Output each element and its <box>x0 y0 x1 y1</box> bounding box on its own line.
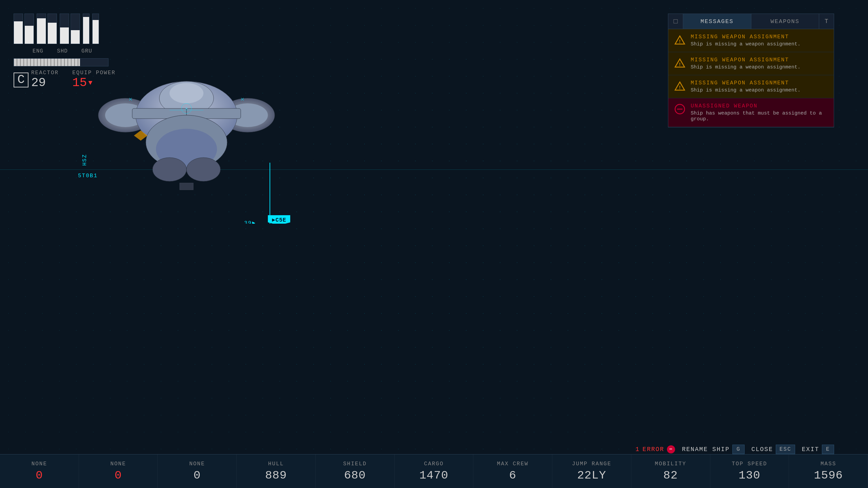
message-content-0: MISSING WEAPON ASSIGNMENTShip is missing… <box>691 34 828 47</box>
stat-value-8: 82 <box>663 469 678 482</box>
message-item-3: UNASSIGNED WEAPONShip has weapons that m… <box>668 98 834 127</box>
close-key-badge: ESC <box>776 445 795 454</box>
stat-value-10: 1596 <box>814 469 843 482</box>
tab-messages[interactable]: MESSAGES <box>683 14 751 29</box>
message-content-1: MISSING WEAPON ASSIGNMENTShip is missing… <box>691 57 828 70</box>
svg-rect-19 <box>180 183 193 190</box>
svg-text:✕: ✕ <box>185 106 188 111</box>
ship-marker-4: ►C5E <box>268 215 290 224</box>
marker-4-container: ►C5E <box>268 215 290 224</box>
svg-text:!: ! <box>678 39 681 44</box>
exit-key-badge: E <box>822 445 834 454</box>
error-icon <box>674 103 686 115</box>
stat-value-5: 1470 <box>419 469 449 482</box>
stats-container: NONE0NONE0NONE0HULL889SHIELD680CARGO1470… <box>0 454 868 488</box>
stat-label-0: NONE <box>32 461 47 467</box>
stats-bar: NONE0NONE0NONE0HULL889SHIELD680CARGO1470… <box>0 454 868 488</box>
stat-label-1: NONE <box>110 461 126 467</box>
stat-item-max-crew: MAX CREW6 <box>473 454 552 488</box>
message-item-2: !MISSING WEAPON ASSIGNMENTShip is missin… <box>668 75 834 98</box>
close-button[interactable]: CLOSE ESC <box>751 445 795 454</box>
stat-item-hull: HULL889 <box>237 454 316 488</box>
stat-item-top-speed: TOP SPEED130 <box>710 454 789 488</box>
close-label: CLOSE <box>751 446 773 453</box>
warning-icon: ! <box>674 34 686 46</box>
stat-label-6: MAX CREW <box>497 461 529 467</box>
action-bar: 1 ERROR − RENAME SHIP G CLOSE ESC EXIT E <box>635 445 834 454</box>
stat-label-2: NONE <box>189 461 205 467</box>
stat-label-8: MOBILITY <box>655 461 686 467</box>
stat-item-mass: MASS1596 <box>789 454 868 488</box>
stat-value-0: 0 <box>36 469 43 482</box>
ship-marker-3: 39► <box>244 220 256 224</box>
tab-key-t[interactable]: T <box>819 14 834 29</box>
stat-item-none: NONE0 <box>158 454 237 488</box>
stat-value-1: 0 <box>115 469 122 482</box>
messages-panel: □ MESSAGES WEAPONS T !MISSING WEAPON ASS… <box>668 14 834 127</box>
stat-label-10: MASS <box>821 461 836 467</box>
ship-marker-2: 5T0B1 <box>78 173 98 179</box>
svg-text:!: ! <box>678 85 681 90</box>
exit-button[interactable]: EXIT E <box>802 445 834 454</box>
message-title-1: MISSING WEAPON ASSIGNMENT <box>691 57 828 63</box>
svg-text:✕: ✕ <box>241 96 244 103</box>
message-title-0: MISSING WEAPON ASSIGNMENT <box>691 34 828 40</box>
svg-text:✕: ✕ <box>129 96 133 103</box>
stat-value-7: 22LY <box>577 469 606 482</box>
ship-marker-1: HSZ <box>82 154 88 166</box>
exit-label: EXIT <box>802 446 819 453</box>
stat-value-6: 6 <box>509 469 516 482</box>
error-badge: 1 ERROR − <box>635 445 675 453</box>
stat-item-shield: SHIELD680 <box>316 454 395 488</box>
message-content-2: MISSING WEAPON ASSIGNMENTShip is missing… <box>691 80 828 93</box>
warning-icon: ! <box>674 57 686 69</box>
stat-label-5: CARGO <box>424 461 444 467</box>
error-label: ERROR <box>643 446 664 453</box>
panel-square-icon: □ <box>668 14 683 29</box>
rename-key-badge: G <box>732 445 745 454</box>
stat-value-4: 680 <box>344 469 366 482</box>
rename-ship-button[interactable]: RENAME SHIP G <box>682 445 745 454</box>
message-content-3: UNASSIGNED WEAPONShip has weapons that m… <box>691 103 828 122</box>
stat-label-4: SHIELD <box>343 461 367 467</box>
error-circle-icon: − <box>667 445 675 453</box>
ship-viewport: ✕ ✕ ✕ HSZ 5T0B1 39► ►C5E <box>0 0 319 224</box>
message-body-3: Ship has weapons that must be assigned t… <box>691 110 828 122</box>
tab-weapons[interactable]: WEAPONS <box>751 14 819 29</box>
stat-item-cargo: CARGO1470 <box>395 454 474 488</box>
stat-value-9: 130 <box>738 469 760 482</box>
stat-item-jump-range: JUMP RANGE22LY <box>552 454 631 488</box>
svg-point-12 <box>186 158 220 181</box>
message-body-1: Ship is missing a weapon assignment. <box>691 64 828 70</box>
message-title-2: MISSING WEAPON ASSIGNMENT <box>691 80 828 86</box>
error-count: 1 <box>635 446 640 453</box>
ship-vertical-line <box>270 163 270 224</box>
stat-item-none: NONE0 <box>0 454 79 488</box>
message-title-3: UNASSIGNED WEAPON <box>691 103 828 109</box>
message-body-2: Ship is missing a weapon assignment. <box>691 87 828 93</box>
stat-item-mobility: MOBILITY82 <box>631 454 710 488</box>
message-body-0: Ship is missing a weapon assignment. <box>691 41 828 47</box>
stat-item-none: NONE0 <box>79 454 158 488</box>
stat-label-7: JUMP RANGE <box>572 461 611 467</box>
messages-list: !MISSING WEAPON ASSIGNMENTShip is missin… <box>668 29 834 127</box>
svg-text:!: ! <box>678 62 681 67</box>
stat-value-2: 0 <box>194 469 201 482</box>
stat-label-9: TOP SPEED <box>732 461 767 467</box>
svg-point-6 <box>170 83 203 103</box>
rename-ship-label: RENAME SHIP <box>682 446 730 453</box>
stat-value-3: 889 <box>265 469 287 482</box>
stat-label-3: HULL <box>268 461 284 467</box>
message-item-1: !MISSING WEAPON ASSIGNMENTShip is missin… <box>668 52 834 75</box>
panel-header: □ MESSAGES WEAPONS T <box>668 14 834 29</box>
warning-icon: ! <box>674 80 686 92</box>
message-item-0: !MISSING WEAPON ASSIGNMENTShip is missin… <box>668 29 834 52</box>
svg-point-11 <box>153 158 186 181</box>
